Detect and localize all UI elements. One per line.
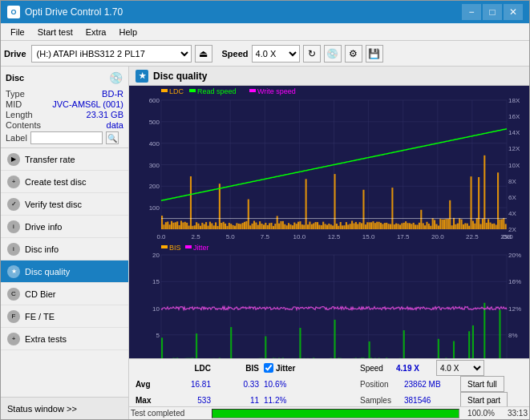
disc-contents-value: data: [107, 120, 123, 130]
sidebar-item-verify-test-disc-label: Verify test disc: [25, 200, 82, 209]
create-test-disc-icon: +: [7, 176, 20, 188]
disc-quality-header-icon: ★: [136, 70, 148, 83]
main-window: O Opti Drive Control 1.70 − □ ✕ File Sta…: [0, 0, 530, 420]
start-part-button[interactable]: Start part: [460, 392, 508, 408]
max-bis: 11: [216, 396, 264, 405]
progress-percent: 100.0%: [464, 409, 495, 418]
top-chart: [129, 86, 529, 242]
disc-type-value: BD-R: [102, 89, 123, 99]
refresh-button[interactable]: ↻: [303, 45, 321, 63]
sidebar-item-verify-test-disc[interactable]: ✓ Verify test disc: [1, 193, 128, 216]
disc-mid-value: JVC-AMS6L (001): [52, 99, 123, 109]
main-area: Disc 💿 Type BD-R MID JVC-AMS6L (001) Len…: [1, 67, 529, 419]
window-title: Opti Drive Control 1.70: [25, 6, 462, 18]
disc-quality-icon: ★: [7, 265, 20, 278]
maximize-button[interactable]: □: [483, 4, 502, 20]
progress-status: Test completed: [131, 409, 207, 418]
sidebar-item-disc-quality[interactable]: ★ Disc quality: [1, 260, 128, 283]
sidebar-item-drive-info[interactable]: i Drive info: [1, 216, 128, 238]
sidebar-item-disc-info-label: Disc info: [25, 244, 59, 254]
disc-type-label: Type: [6, 89, 25, 99]
disc-contents-label: Contents: [6, 120, 41, 130]
disc-label-input[interactable]: [30, 131, 103, 144]
disc-label-label: Label: [6, 133, 27, 143]
drive-info-icon: i: [7, 220, 20, 233]
transfer-rate-icon: ▶: [7, 153, 20, 166]
samples-value: 381546: [404, 396, 460, 405]
save-button[interactable]: 💾: [366, 45, 383, 63]
sidebar-item-transfer-rate[interactable]: ▶ Transfer rate: [1, 148, 128, 171]
disc-section: Disc 💿 Type BD-R MID JVC-AMS6L (001) Len…: [1, 67, 128, 148]
col-header-jitter: Jitter: [276, 364, 295, 373]
sidebar-item-fe-te-label: FE / TE: [25, 312, 55, 321]
speed-header-label: Speed: [360, 364, 396, 373]
sidebar-item-cd-bier-label: CD Bier: [25, 289, 56, 299]
title-bar: O Opti Drive Control 1.70 − □ ✕: [1, 1, 529, 23]
settings-button[interactable]: ⚙: [345, 45, 362, 63]
samples-label: Samples: [360, 396, 404, 405]
content-area: ★ Disc quality LDC BIS Jitter: [129, 67, 529, 419]
sidebar-item-disc-info[interactable]: i Disc info: [1, 238, 128, 260]
progress-time: 33:13: [500, 409, 528, 418]
speed-label: Speed: [222, 49, 249, 59]
max-label: Max: [136, 396, 164, 405]
extra-tests-icon: +: [7, 333, 20, 345]
disc-quality-header: ★ Disc quality: [129, 67, 529, 86]
sidebar-item-disc-quality-label: Disc quality: [25, 267, 70, 277]
cd-bier-icon: C: [7, 288, 20, 301]
toolbar: Drive (H:) ATAPI iHBS312 2 PL17 ⏏ Speed …: [1, 41, 529, 67]
disc-quality-title: Disc quality: [153, 71, 207, 82]
jitter-checkbox[interactable]: [264, 363, 273, 373]
sidebar-item-extra-tests-label: Extra tests: [25, 334, 67, 344]
avg-ldc: 16.81: [164, 380, 216, 389]
position-label: Position: [360, 380, 404, 389]
menu-file[interactable]: File: [4, 26, 31, 38]
disc-length-value: 23.31 GB: [87, 110, 123, 119]
progress-bar-inner: [212, 410, 459, 418]
disc-mid-label: MID: [6, 99, 22, 109]
minimize-button[interactable]: −: [462, 4, 481, 20]
sidebar-item-transfer-rate-label: Transfer rate: [25, 155, 75, 164]
sidebar: Disc 💿 Type BD-R MID JVC-AMS6L (001) Len…: [1, 67, 129, 419]
menu-start-test[interactable]: Start test: [31, 26, 79, 38]
menu-help[interactable]: Help: [112, 26, 144, 38]
sidebar-item-fe-te[interactable]: F FE / TE: [1, 305, 128, 328]
sidebar-item-create-test-disc-label: Create test disc: [25, 177, 86, 187]
avg-bis: 0.33: [216, 380, 264, 389]
verify-test-disc-icon: ✓: [7, 198, 20, 211]
disc-icon: 💿: [107, 70, 123, 86]
fe-te-icon: F: [7, 310, 20, 323]
close-button[interactable]: ✕: [504, 4, 523, 20]
sidebar-item-extra-tests[interactable]: + Extra tests: [1, 328, 128, 350]
disc-length-row: Length 23.31 GB: [6, 110, 123, 119]
menu-bar: File Start test Extra Help: [1, 23, 529, 41]
sidebar-item-drive-info-label: Drive info: [25, 222, 62, 232]
col-header-ldc: LDC: [164, 364, 216, 373]
status-window-button[interactable]: Status window >>: [1, 397, 128, 419]
avg-label: Avg: [136, 380, 164, 389]
disc-mid-row: MID JVC-AMS6L (001): [6, 99, 123, 109]
window-controls: − □ ✕: [462, 4, 523, 20]
max-ldc: 533: [164, 396, 216, 405]
disc-contents-row: Contents data: [6, 120, 123, 130]
speed-header-value: 4.19 X: [396, 364, 436, 373]
disc-info-icon: i: [7, 243, 20, 256]
disc-length-label: Length: [6, 110, 33, 119]
disc-button[interactable]: 💿: [324, 45, 342, 63]
menu-extra[interactable]: Extra: [79, 26, 113, 38]
eject-button[interactable]: ⏏: [195, 45, 212, 63]
sidebar-item-create-test-disc[interactable]: + Create test disc: [1, 171, 128, 193]
speed-select[interactable]: 4.0 X: [252, 45, 300, 63]
status-window-label: Status window >>: [7, 404, 77, 414]
sidebar-item-cd-bier[interactable]: C CD Bier: [1, 283, 128, 305]
start-full-button[interactable]: Start full: [460, 376, 504, 392]
drive-select[interactable]: (H:) ATAPI iHBS312 2 PL17: [31, 45, 192, 63]
col-header-bis: BIS: [216, 364, 264, 373]
disc-label-button[interactable]: 🔍: [106, 131, 119, 144]
disc-section-title: Disc: [6, 73, 24, 83]
jitter-header-container: Jitter: [264, 363, 360, 373]
speed-dropdown[interactable]: 4.0 X: [436, 360, 484, 376]
progress-bar-outer: [212, 409, 459, 418]
progress-bar-container: Test completed 100.0% 33:13: [129, 406, 529, 419]
bottom-chart: [129, 242, 529, 358]
